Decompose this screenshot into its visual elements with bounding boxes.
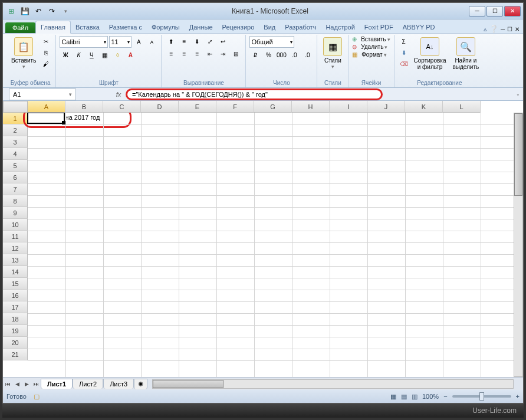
cells-insert-button[interactable]: ⊕ Вставить▾: [352, 36, 390, 42]
cut-icon[interactable]: ✂: [40, 36, 52, 47]
help-icon[interactable]: ❔: [489, 25, 498, 33]
col-header[interactable]: E: [179, 101, 216, 113]
row-header[interactable]: 17: [3, 301, 28, 313]
align-left-icon[interactable]: ≡: [165, 48, 177, 59]
sheet-tab[interactable]: Лист3: [103, 379, 134, 389]
ribbon-minimize-icon[interactable]: ▵: [484, 25, 487, 33]
tab-insert[interactable]: Вставка: [71, 21, 104, 33]
bold-button[interactable]: Ж: [60, 50, 71, 60]
format-painter-icon[interactable]: 🖌: [40, 58, 52, 69]
tab-home[interactable]: Главная: [35, 21, 71, 34]
doc-minimize-icon[interactable]: ─: [501, 26, 505, 32]
col-header[interactable]: B: [65, 101, 103, 113]
currency-icon[interactable]: ₽: [249, 50, 261, 60]
doc-close-icon[interactable]: ✕: [515, 26, 520, 32]
tab-nav-last-icon[interactable]: ⏭: [31, 379, 41, 389]
view-pagebreak-icon[interactable]: ▥: [412, 393, 417, 401]
underline-button[interactable]: Ч: [86, 50, 97, 60]
row-header[interactable]: 6: [3, 172, 28, 183]
view-layout-icon[interactable]: ▤: [401, 393, 407, 401]
horizontal-scrollbar[interactable]: [152, 379, 514, 389]
zoom-level[interactable]: 100%: [422, 393, 439, 400]
row-header[interactable]: 5: [3, 160, 28, 172]
increase-indent-icon[interactable]: ⇥: [217, 48, 229, 59]
styles-button[interactable]: ▦ Стили▾: [321, 36, 344, 71]
find-select-button[interactable]: 🔍 Найти и выделить: [450, 36, 481, 71]
row-header[interactable]: 10: [3, 219, 28, 231]
fx-icon[interactable]: fx: [111, 91, 126, 98]
row-header[interactable]: 8: [3, 195, 28, 207]
number-format-combo[interactable]: Общий▾: [249, 36, 294, 48]
row-header[interactable]: 15: [3, 278, 28, 290]
sheet-tab[interactable]: Лист2: [73, 379, 103, 389]
tab-nav-first-icon[interactable]: ⏮: [3, 379, 12, 389]
col-header[interactable]: G: [254, 101, 292, 113]
select-all-corner[interactable]: [3, 101, 28, 113]
col-header[interactable]: C: [103, 101, 141, 113]
col-header[interactable]: H: [292, 101, 330, 113]
file-tab[interactable]: Файл: [5, 22, 35, 33]
row-header[interactable]: 2: [3, 124, 28, 136]
merge-icon[interactable]: ⊞: [230, 48, 242, 59]
tab-review[interactable]: Рецензиро: [218, 21, 259, 33]
zoom-thumb[interactable]: [479, 392, 484, 401]
zoom-in-icon[interactable]: +: [516, 393, 520, 400]
tab-abbyy[interactable]: ABBYY PD: [398, 21, 440, 33]
col-header[interactable]: J: [367, 101, 405, 113]
excel-icon[interactable]: ⊞: [5, 5, 17, 17]
italic-button[interactable]: К: [73, 50, 84, 60]
shrink-font-icon[interactable]: A: [146, 37, 157, 47]
align-bottom-icon[interactable]: ⬇: [191, 36, 203, 47]
col-header[interactable]: L: [443, 101, 481, 113]
cells-delete-button[interactable]: ⊖ Удалить▾: [352, 44, 387, 50]
macro-record-icon[interactable]: ▢: [34, 393, 40, 401]
autosum-icon[interactable]: Σ: [398, 36, 410, 47]
tab-nav-next-icon[interactable]: ▶: [22, 379, 31, 389]
row-header[interactable]: 1: [3, 113, 28, 124]
row-header[interactable]: 12: [3, 242, 28, 254]
active-cell[interactable]: [27, 113, 65, 124]
view-normal-icon[interactable]: ▦: [390, 393, 396, 401]
col-header[interactable]: I: [330, 101, 367, 113]
vertical-scrollbar[interactable]: [514, 113, 523, 377]
row-header[interactable]: 19: [3, 325, 28, 337]
row-header[interactable]: 14: [3, 266, 28, 278]
col-header[interactable]: A: [28, 101, 65, 113]
row-header[interactable]: 21: [3, 349, 28, 360]
row-header[interactable]: 13: [3, 254, 28, 266]
sheet-tab[interactable]: Лист1: [41, 379, 73, 389]
align-top-icon[interactable]: ⬆: [165, 36, 177, 47]
col-header[interactable]: D: [141, 101, 179, 113]
decrease-decimal-icon[interactable]: .0: [301, 50, 313, 60]
align-right-icon[interactable]: ≡: [191, 48, 203, 59]
col-header[interactable]: F: [216, 101, 254, 113]
zoom-slider[interactable]: [452, 395, 511, 398]
clear-icon[interactable]: ⌫: [398, 58, 410, 69]
fill-color-icon[interactable]: ◊: [111, 50, 123, 60]
name-box[interactable]: A1 ▾: [9, 88, 76, 100]
orientation-icon[interactable]: ⤢: [204, 36, 216, 47]
minimize-button[interactable]: ─: [469, 6, 485, 17]
fill-icon[interactable]: ⬇: [398, 47, 410, 58]
sort-filter-button[interactable]: A↓ Сортировка и фильтр: [412, 36, 449, 71]
redo-icon[interactable]: ↷: [46, 5, 58, 17]
doc-restore-icon[interactable]: ☐: [507, 26, 512, 32]
scroll-thumb[interactable]: [153, 380, 223, 388]
cells-format-button[interactable]: ▦ Формат▾: [352, 51, 386, 58]
grow-font-icon[interactable]: A: [133, 37, 144, 47]
save-icon[interactable]: 💾: [19, 5, 31, 17]
row-header[interactable]: 11: [3, 231, 28, 242]
wrap-text-icon[interactable]: ↩: [217, 36, 229, 47]
zoom-out-icon[interactable]: −: [443, 393, 447, 400]
tab-addins[interactable]: Надстрой: [321, 21, 359, 33]
maximize-button[interactable]: ☐: [486, 6, 503, 17]
row-header[interactable]: 20: [3, 337, 28, 349]
percent-icon[interactable]: %: [262, 50, 274, 60]
tab-data[interactable]: Данные: [185, 21, 218, 33]
formula-bar[interactable]: ="Календарь на " & ГОД(СЕГОДНЯ()) & " го…: [126, 88, 383, 100]
align-center-icon[interactable]: ≡: [178, 48, 190, 59]
border-icon[interactable]: ▦: [98, 50, 110, 60]
row-header[interactable]: 16: [3, 290, 28, 301]
close-button[interactable]: ✕: [504, 6, 521, 17]
font-name-combo[interactable]: Calibri▾: [60, 36, 108, 48]
